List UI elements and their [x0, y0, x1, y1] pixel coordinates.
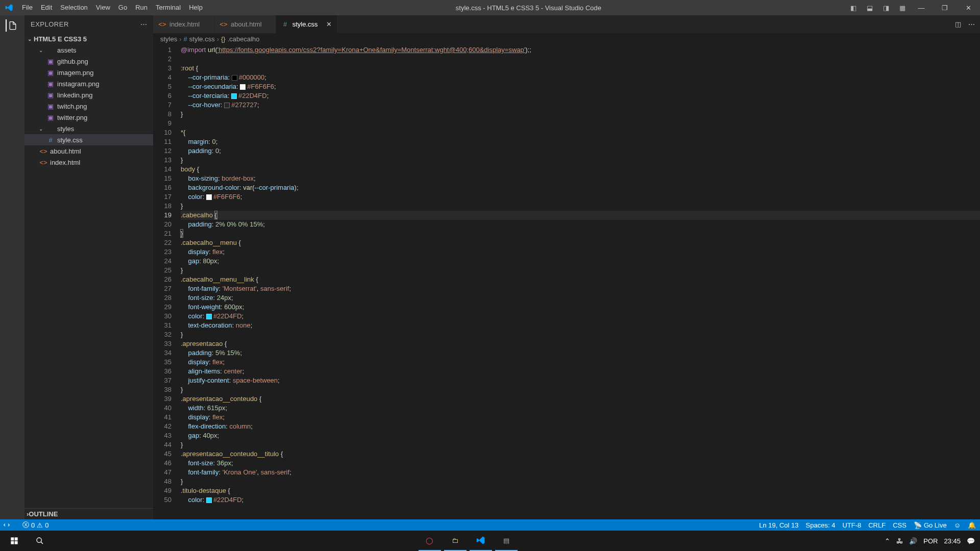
go-live[interactable]: 📡Go Live: [914, 521, 947, 529]
chevron-down-icon: ⌄: [39, 126, 45, 132]
remote-indicator[interactable]: [0, 519, 13, 531]
code-editor[interactable]: 1234567891011121314151617181920212223242…: [153, 44, 980, 519]
menu-help[interactable]: Help: [185, 0, 207, 15]
tree-file-twitter[interactable]: ▣twitter.png: [24, 112, 153, 123]
tray-clock[interactable]: 23:45: [944, 537, 961, 545]
window-title: style.css - HTML5 e CSS3 5 - Visual Stud…: [207, 4, 850, 12]
file-tree: ⌄assets ▣github.png ▣imagem.png ▣instagr…: [24, 44, 153, 168]
tree-file-stylecss[interactable]: #style.css: [24, 134, 153, 145]
image-icon: ▣: [46, 114, 55, 121]
breadcrumb-folder[interactable]: styles: [160, 35, 177, 43]
error-count: 0: [31, 521, 35, 529]
window-controls: — ❐ ✕: [910, 0, 980, 15]
tree-label: twitch.png: [57, 103, 87, 110]
tree-file-about[interactable]: <>about.html: [24, 145, 153, 157]
tree-file-github[interactable]: ▣github.png: [24, 56, 153, 67]
tab-label: style.css: [292, 20, 318, 28]
feedback-icon[interactable]: ☺: [954, 521, 961, 529]
tree-file-linkedin[interactable]: ▣linkedin.png: [24, 89, 153, 101]
tray-notifications-icon[interactable]: 💬: [967, 537, 975, 545]
tree-label: twitter.png: [57, 114, 87, 121]
main-area: EXPLORER ⋯ ⌄ HTML5 E CSS3 5 ⌄assets ▣git…: [0, 15, 980, 519]
problems-indicator[interactable]: ⓧ0 ⚠0: [22, 520, 48, 530]
language-mode[interactable]: CSS: [893, 521, 906, 529]
menu-terminal[interactable]: Terminal: [152, 0, 185, 15]
notifications-icon[interactable]: 🔔: [968, 521, 976, 529]
activity-bar: [0, 15, 24, 519]
project-section[interactable]: ⌄ HTML5 E CSS3 5: [24, 33, 153, 44]
tree-label: github.png: [57, 58, 88, 65]
encoding[interactable]: UTF-8: [842, 521, 861, 529]
outline-section[interactable]: › OUTLINE: [24, 508, 153, 519]
menu-selection[interactable]: Selection: [56, 0, 91, 15]
warning-icon: ⚠: [37, 521, 43, 529]
breadcrumb-symbol[interactable]: .cabecalho: [228, 35, 260, 43]
menu-view[interactable]: View: [92, 0, 114, 15]
breadcrumb-file[interactable]: style.css: [189, 35, 215, 43]
tree-label: about.html: [50, 147, 81, 155]
breadcrumb[interactable]: styles › # style.css › {} .cabecalho: [153, 33, 980, 44]
tray-volume-icon[interactable]: 🔊: [909, 537, 917, 545]
search-button[interactable]: [29, 531, 51, 551]
tree-label: linkedin.png: [57, 91, 92, 99]
chevron-right-icon: ›: [217, 35, 219, 43]
image-icon: ▣: [46, 58, 55, 65]
svg-point-4: [37, 538, 41, 542]
tree-label: instagram.png: [57, 80, 99, 88]
tab-style-css[interactable]: #style.css✕: [276, 15, 337, 33]
windows-taskbar: ◯ 🗀 ▤ ⌃ 🖧 🔊 POR 23:45 💬: [0, 531, 980, 551]
explorer-more-icon[interactable]: ⋯: [140, 20, 148, 28]
close-window-button[interactable]: ✕: [957, 0, 980, 15]
taskbar-app-1[interactable]: ◯: [419, 531, 441, 551]
tree-folder-assets[interactable]: ⌄assets: [24, 44, 153, 56]
more-actions-icon[interactable]: ⋯: [968, 20, 975, 28]
toggle-secondary-sidebar-icon[interactable]: ◨: [883, 4, 889, 12]
customize-layout-icon[interactable]: ▦: [899, 4, 905, 12]
minimize-button[interactable]: —: [910, 0, 933, 15]
image-icon: ▣: [46, 80, 55, 88]
menu-bar: File Edit Selection View Go Run Terminal…: [18, 0, 207, 15]
tray-chevron-icon[interactable]: ⌃: [885, 537, 890, 545]
tree-folder-styles[interactable]: ⌄styles: [24, 123, 153, 134]
css-rule-icon: {}: [221, 35, 226, 43]
tree-label: imagem.png: [57, 69, 94, 77]
menu-go[interactable]: Go: [114, 0, 131, 15]
toggle-panel-icon[interactable]: ⬓: [867, 4, 873, 12]
menu-file[interactable]: File: [18, 0, 37, 15]
code-content[interactable]: @import url('https://fonts.googleapis.co…: [181, 44, 980, 519]
css-file-icon: #: [184, 35, 187, 43]
tray-network-icon[interactable]: 🖧: [896, 537, 903, 545]
css-file-icon: #: [281, 20, 289, 28]
svg-rect-2: [11, 541, 14, 544]
start-button[interactable]: [3, 531, 26, 551]
chevron-down-icon: ⌄: [27, 36, 33, 42]
maximize-button[interactable]: ❐: [933, 0, 957, 15]
close-icon[interactable]: ✕: [326, 20, 332, 28]
toggle-primary-sidebar-icon[interactable]: ◧: [850, 4, 856, 12]
tree-file-instagram[interactable]: ▣instagram.png: [24, 78, 153, 89]
indentation[interactable]: Spaces: 4: [806, 521, 836, 529]
tray-language[interactable]: POR: [923, 537, 938, 545]
chevron-down-icon: ⌄: [39, 47, 45, 53]
menu-run[interactable]: Run: [131, 0, 152, 15]
title-bar: File Edit Selection View Go Run Terminal…: [0, 0, 980, 15]
eol[interactable]: CRLF: [868, 521, 886, 529]
tree-file-twitch[interactable]: ▣twitch.png: [24, 101, 153, 112]
tree-file-index[interactable]: <>index.html: [24, 157, 153, 168]
tab-about-html[interactable]: <>about.html✕: [214, 15, 276, 33]
cursor-position[interactable]: Ln 19, Col 13: [759, 521, 798, 529]
chevron-right-icon: ›: [179, 35, 181, 43]
split-editor-icon[interactable]: ◫: [955, 20, 961, 28]
editor-area: <>index.html✕ <>about.html✕ #style.css✕ …: [153, 15, 980, 519]
taskbar-app-4[interactable]: ▤: [495, 531, 518, 551]
taskbar-vscode[interactable]: [470, 531, 492, 551]
tab-label: about.html: [231, 20, 262, 28]
tree-label: style.css: [57, 136, 83, 144]
taskbar-file-explorer[interactable]: 🗀: [444, 531, 467, 551]
menu-edit[interactable]: Edit: [37, 0, 56, 15]
svg-rect-0: [11, 537, 14, 540]
tab-index-html[interactable]: <>index.html✕: [153, 15, 214, 33]
explorer-icon[interactable]: [6, 19, 18, 32]
warning-count: 0: [45, 521, 48, 529]
tree-file-imagem[interactable]: ▣imagem.png: [24, 67, 153, 78]
